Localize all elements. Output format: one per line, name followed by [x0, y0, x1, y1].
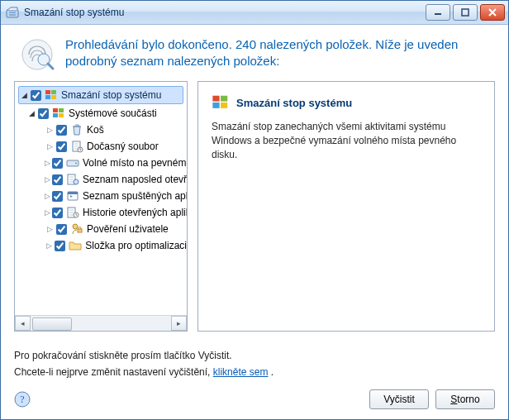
- tree-item[interactable]: ▷ Dočasný soubor: [17, 138, 187, 155]
- cancel-button[interactable]: Storno: [435, 389, 495, 409]
- windows-flag-icon: [212, 93, 230, 112]
- tree-label: Volné místo na pevném disku: [83, 157, 187, 169]
- checkbox[interactable]: [31, 90, 41, 101]
- windows-flag-icon: [45, 88, 58, 102]
- expand-icon[interactable]: ◢: [19, 90, 29, 100]
- button-row: ? Vyčistit Storno: [14, 389, 495, 409]
- windows-flag-icon: [52, 107, 65, 120]
- svg-point-23: [74, 179, 78, 184]
- settings-link[interactable]: klikněte sem: [213, 366, 269, 378]
- svg-text:?: ?: [20, 394, 24, 405]
- tree-label: Seznam naposled otevřených: [83, 174, 187, 185]
- expand-icon[interactable]: ◢: [26, 108, 36, 118]
- clean-button[interactable]: Vyčistit: [369, 389, 429, 409]
- expand-icon[interactable]: ▷: [45, 158, 50, 168]
- checkbox[interactable]: [38, 108, 49, 119]
- settings-hint-suffix: .: [268, 366, 274, 378]
- tree-label: Smazání stop systému: [61, 89, 161, 101]
- credentials-icon: [70, 222, 83, 236]
- svg-rect-33: [221, 96, 227, 102]
- header-text: Prohledávání bylo dokončeno. 240 nalezen…: [65, 36, 485, 70]
- svg-rect-34: [212, 103, 219, 108]
- help-icon[interactable]: ?: [14, 391, 31, 408]
- fingerprint-icon: [19, 36, 55, 73]
- scroll-thumb[interactable]: [32, 317, 72, 331]
- expand-icon[interactable]: ▷: [45, 224, 55, 234]
- checkbox[interactable]: [56, 224, 67, 235]
- checkbox[interactable]: [56, 141, 67, 152]
- svg-rect-10: [45, 95, 50, 99]
- history-icon: [66, 206, 79, 219]
- checkbox[interactable]: [52, 191, 63, 202]
- panes: ◢ Smazání stop systému ◢ Systémové součá…: [1, 81, 508, 340]
- detail-description: Smazání stop zanechaných všemi aktivitam…: [212, 120, 481, 161]
- window-title: Smazání stop systému: [24, 7, 426, 18]
- titlebar[interactable]: Smazání stop systému: [1, 1, 508, 25]
- svg-rect-9: [51, 90, 56, 94]
- tree-group[interactable]: ◢ Systémové součásti: [17, 105, 187, 122]
- maximize-button[interactable]: [453, 4, 478, 21]
- run-list-icon: [66, 189, 79, 203]
- settings-hint-prefix: Chcete-li nejprve změnit nastavení vyčiš…: [14, 366, 213, 378]
- checkbox[interactable]: [56, 125, 67, 136]
- close-button[interactable]: [480, 4, 505, 21]
- checkbox[interactable]: [55, 241, 65, 251]
- tree-label: Seznam spuštěných aplikací: [83, 190, 187, 202]
- svg-rect-13: [59, 108, 64, 112]
- svg-rect-25: [68, 192, 78, 194]
- recycle-bin-icon: [70, 123, 83, 136]
- checkbox[interactable]: [52, 208, 63, 218]
- tree-item[interactable]: ▷ Pověření uživatele: [17, 221, 187, 237]
- expand-icon[interactable]: ▷: [45, 191, 50, 201]
- folder-icon: [69, 239, 82, 252]
- cancel-rest: torno: [457, 394, 479, 405]
- svg-line-19: [80, 150, 81, 150]
- svg-rect-15: [59, 113, 64, 117]
- svg-rect-32: [212, 96, 219, 102]
- recent-list-icon: [66, 173, 79, 186]
- window-controls: [426, 4, 505, 21]
- tree-item[interactable]: ▷ Volné místo na pevném disku: [17, 155, 187, 171]
- svg-line-7: [48, 64, 53, 69]
- detail-title: Smazání stop systému: [236, 97, 352, 109]
- disk-icon: [66, 156, 79, 169]
- svg-rect-0: [7, 10, 18, 17]
- header: Prohledávání bylo dokončeno. 240 nalezen…: [1, 25, 508, 81]
- temp-file-icon: [70, 140, 83, 153]
- horizontal-scrollbar[interactable]: ◂ ▸: [15, 315, 187, 331]
- scroll-track[interactable]: [31, 317, 171, 330]
- tree-item[interactable]: ▷ Seznam spuštěných aplikací: [17, 188, 187, 204]
- tree-label: Systémové součásti: [69, 107, 157, 119]
- instruction-text: Pro pokračování stiskněte prosím tlačítk…: [14, 350, 495, 361]
- tree: ◢ Smazání stop systému ◢ Systémové součá…: [15, 82, 187, 315]
- tree-item[interactable]: ▷ Historie otevřených aplikací: [17, 204, 187, 221]
- svg-rect-31: [78, 229, 82, 232]
- app-icon: [6, 6, 19, 19]
- tree-root[interactable]: ◢ Smazání stop systému: [18, 86, 183, 104]
- tree-label: Pověření uživatele: [87, 223, 169, 235]
- svg-point-30: [73, 224, 78, 229]
- tree-pane: ◢ Smazání stop systému ◢ Systémové součá…: [14, 81, 188, 332]
- expand-icon[interactable]: ▷: [45, 141, 55, 151]
- checkbox[interactable]: [52, 174, 63, 185]
- dialog-window: Smazání stop systému Prohledávání bylo d…: [0, 0, 509, 420]
- svg-rect-2: [462, 9, 469, 16]
- tree-item[interactable]: ▷ Seznam naposled otevřených: [17, 171, 187, 188]
- tree-item[interactable]: ▷ Koš: [17, 122, 187, 138]
- tree-label: Složka pro optimalizaci: [85, 240, 187, 251]
- expand-icon[interactable]: ▷: [45, 241, 53, 251]
- tree-item[interactable]: ▷ Složka pro optimalizaci: [17, 237, 187, 254]
- tree-label: Koš: [87, 124, 104, 136]
- expand-icon[interactable]: ▷: [45, 208, 50, 217]
- svg-rect-35: [221, 103, 227, 108]
- svg-rect-11: [51, 95, 56, 99]
- expand-icon[interactable]: ▷: [45, 174, 50, 184]
- scroll-left-button[interactable]: ◂: [15, 316, 31, 331]
- detail-title-row: Smazání stop systému: [212, 93, 481, 112]
- svg-point-21: [75, 163, 77, 165]
- expand-icon[interactable]: ▷: [45, 125, 55, 135]
- checkbox[interactable]: [52, 158, 63, 169]
- footer: Pro pokračování stiskněte prosím tlačítk…: [1, 340, 508, 419]
- minimize-button[interactable]: [426, 4, 450, 21]
- scroll-right-button[interactable]: ▸: [171, 316, 187, 331]
